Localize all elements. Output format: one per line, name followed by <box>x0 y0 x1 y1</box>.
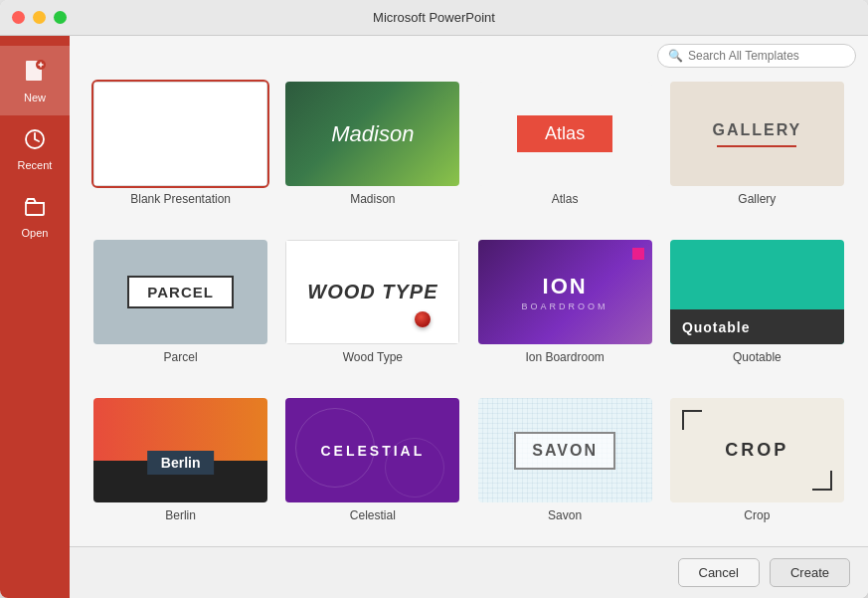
search-bar-row: 🔍 <box>70 36 868 72</box>
title-bar: Microsoft PowerPoint <box>0 0 868 36</box>
template-name-atlas: Atlas <box>552 192 579 206</box>
sidebar-recent-label: Recent <box>18 159 53 171</box>
template-name-crop: Crop <box>744 508 770 522</box>
template-name-berlin: Berlin <box>165 508 196 522</box>
ion-tag <box>632 248 644 260</box>
sidebar-item-new[interactable]: New <box>0 46 70 115</box>
woodtype-text: WOOD TYPE <box>307 281 437 303</box>
content-area: 🔍 Blank Presentation Madison Madi <box>70 36 868 598</box>
berlin-label: Berlin <box>147 451 215 475</box>
ion-main-text: ION <box>543 274 588 299</box>
gallery-line <box>717 145 796 147</box>
template-berlin[interactable]: Berlin Berlin <box>89 398 271 536</box>
sidebar-item-recent[interactable]: Recent <box>0 115 70 183</box>
gallery-text: GALLERY <box>712 121 801 139</box>
parcel-box: PARCEL <box>127 276 234 308</box>
search-input[interactable] <box>688 49 845 63</box>
template-thumb-woodtype: WOOD TYPE <box>285 240 459 344</box>
ion-preview: ION BOARDROOM <box>478 240 652 344</box>
template-gallery[interactable]: GALLERY Gallery <box>666 82 848 220</box>
template-blank[interactable]: Blank Presentation <box>89 82 271 220</box>
new-icon <box>22 58 48 88</box>
template-thumb-gallery: GALLERY <box>670 82 844 186</box>
template-thumb-quotable: Quotable <box>670 240 844 344</box>
window-controls <box>12 11 67 24</box>
parcel-preview: PARCEL <box>93 240 267 344</box>
quotable-bar: Quotable <box>670 309 844 344</box>
crop-text: CROP <box>725 440 788 461</box>
template-thumb-savon: SAVON <box>478 398 652 502</box>
template-thumb-atlas: Atlas <box>478 82 652 186</box>
sidebar-new-label: New <box>24 92 46 103</box>
template-madison[interactable]: Madison Madison <box>281 82 463 220</box>
template-thumb-madison: Madison <box>285 82 459 186</box>
quotable-text: Quotable <box>682 319 751 335</box>
template-name-parcel: Parcel <box>164 350 198 364</box>
template-thumb-parcel: PARCEL <box>93 240 267 344</box>
savon-box: SAVON <box>514 432 615 470</box>
template-atlas[interactable]: Atlas Atlas <box>474 82 656 220</box>
template-name-gallery: Gallery <box>738 192 776 206</box>
cancel-button[interactable]: Cancel <box>678 558 760 587</box>
template-thumb-ion: ION BOARDROOM <box>478 240 652 344</box>
template-savon[interactable]: SAVON Savon <box>474 398 656 536</box>
template-thumb-celestial: CELESTIAL <box>285 398 459 502</box>
madison-text: Madison <box>331 121 414 147</box>
savon-preview: SAVON <box>478 398 652 502</box>
celestial-text: CELESTIAL <box>320 443 425 459</box>
crop-corner-tl <box>682 410 702 430</box>
celestial-preview: CELESTIAL <box>285 398 459 502</box>
atlas-box: Atlas <box>517 115 612 152</box>
gallery-preview: GALLERY <box>670 82 844 186</box>
template-thumb-berlin: Berlin <box>93 398 267 502</box>
template-name-celestial: Celestial <box>350 508 396 522</box>
template-name-blank: Blank Presentation <box>130 192 231 206</box>
sidebar-item-open[interactable]: Open <box>0 183 70 251</box>
maximize-button[interactable] <box>54 11 67 24</box>
template-name-madison: Madison <box>350 192 395 206</box>
sidebar-open-label: Open <box>22 227 49 239</box>
search-icon: 🔍 <box>668 49 683 63</box>
recent-icon <box>23 127 47 155</box>
quotable-preview: Quotable <box>670 240 844 344</box>
ion-sub-text: BOARDROOM <box>522 301 608 311</box>
template-celestial[interactable]: CELESTIAL Celestial <box>281 398 463 536</box>
create-button[interactable]: Create <box>770 558 850 587</box>
search-box[interactable]: 🔍 <box>657 44 856 68</box>
template-quotable[interactable]: Quotable Quotable <box>666 240 848 378</box>
crop-corner-br <box>812 471 832 491</box>
open-icon <box>23 195 47 223</box>
main-layout: New Recent Open 🔍 <box>0 36 868 598</box>
template-name-ion: Ion Boardroom <box>525 350 604 364</box>
template-thumb-crop: CROP <box>670 398 844 502</box>
template-thumb-blank <box>93 82 267 186</box>
sidebar: New Recent Open <box>0 36 70 598</box>
minimize-button[interactable] <box>33 11 46 24</box>
template-name-savon: Savon <box>548 508 582 522</box>
template-name-quotable: Quotable <box>733 350 781 364</box>
woodtype-preview: WOOD TYPE <box>285 240 459 344</box>
woodtype-dot <box>415 311 431 327</box>
close-button[interactable] <box>12 11 25 24</box>
berlin-preview: Berlin <box>93 398 267 502</box>
atlas-preview: Atlas <box>478 82 652 186</box>
template-parcel[interactable]: PARCEL Parcel <box>89 240 271 378</box>
madison-preview: Madison <box>285 82 459 186</box>
bottom-bar: Cancel Create <box>70 546 868 598</box>
crop-preview: CROP <box>670 398 844 502</box>
blank-preview <box>93 82 267 186</box>
window-title: Microsoft PowerPoint <box>373 10 495 25</box>
template-crop[interactable]: CROP Crop <box>666 398 848 536</box>
template-woodtype[interactable]: WOOD TYPE Wood Type <box>281 240 463 378</box>
template-name-woodtype: Wood Type <box>343 350 403 364</box>
template-ion[interactable]: ION BOARDROOM Ion Boardroom <box>474 240 656 378</box>
templates-grid: Blank Presentation Madison Madison Atlas <box>70 72 868 546</box>
